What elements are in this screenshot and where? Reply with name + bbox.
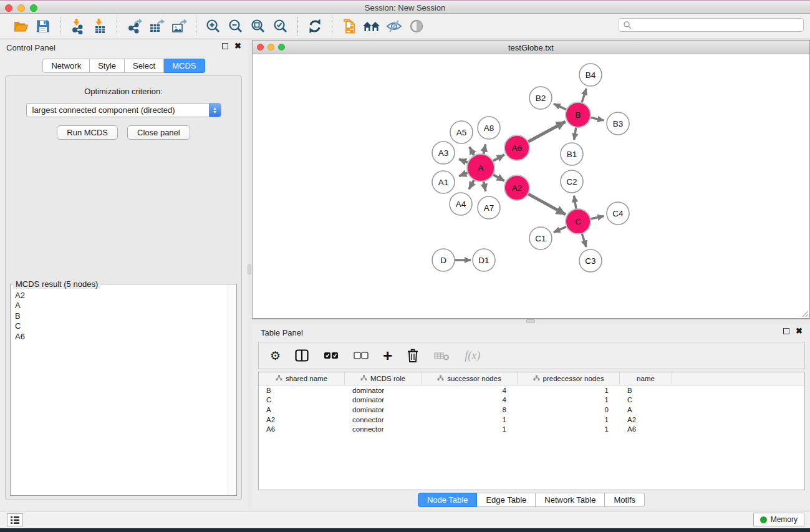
edge-A-A6[interactable] <box>493 155 504 161</box>
float-panel-icon[interactable] <box>222 43 228 49</box>
show-columns-icon[interactable] <box>294 346 309 365</box>
cell-MCDS-role: connector <box>345 425 422 433</box>
import-network-icon[interactable] <box>68 17 87 36</box>
edge-B-B2[interactable] <box>554 104 567 109</box>
tab-select[interactable]: Select <box>125 59 164 73</box>
edge-C-C1[interactable] <box>554 226 567 232</box>
network-window-titlebar[interactable]: testGlobe.txt <box>253 41 809 54</box>
edge-A-A3[interactable] <box>459 159 468 163</box>
table-row[interactable]: Bdominator41B <box>259 385 804 395</box>
select-all-icon[interactable] <box>323 346 339 365</box>
zoom-selected-icon[interactable] <box>271 17 290 36</box>
column-header-predecessor-nodes[interactable]: predecessor nodes <box>518 372 620 385</box>
zoom-out-icon[interactable] <box>226 17 245 36</box>
node-label-B4: B4 <box>586 70 596 80</box>
show-eye-icon[interactable] <box>407 17 426 36</box>
table-row[interactable]: Adominator80A <box>259 405 804 415</box>
select-stepper-icon: ▲▼ <box>209 104 221 117</box>
edge-A-A8[interactable] <box>483 144 485 154</box>
column-header-shared-name[interactable]: shared name <box>259 372 345 385</box>
memory-label: Memory <box>771 515 798 524</box>
network-canvas[interactable]: B4B2BB3A8A5A6A3B1AC2A1A2A4A7C4CC1C3DD1 <box>253 54 809 318</box>
save-session-icon[interactable] <box>34 17 52 36</box>
task-history-button[interactable] <box>7 513 23 526</box>
import-table-icon[interactable] <box>90 17 109 36</box>
horizontal-splitter-grip[interactable] <box>526 319 535 323</box>
vertical-splitter-grip[interactable] <box>248 264 251 274</box>
edge-A-A7[interactable] <box>483 181 485 191</box>
memory-button[interactable]: Memory <box>753 513 804 526</box>
hide-selected-eye-icon[interactable] <box>385 17 403 36</box>
node-label-A: A <box>478 163 483 173</box>
edge-A-A1[interactable] <box>459 173 468 176</box>
zoom-in-icon[interactable] <box>204 17 223 36</box>
hierarchy-icon <box>437 375 444 382</box>
node-table[interactable]: shared nameMCDS rolesuccessor nodesprede… <box>258 372 805 490</box>
close-panel-button[interactable]: Close panel <box>127 125 190 140</box>
table-float-panel-icon[interactable] <box>783 328 789 334</box>
tab-network[interactable]: Network <box>42 59 90 73</box>
node-label-A4: A4 <box>456 200 466 209</box>
close-panel-icon[interactable]: ✖ <box>234 43 241 49</box>
result-scrollbar[interactable] <box>228 285 236 495</box>
column-header-successor-nodes[interactable]: successor nodes <box>422 372 518 385</box>
node-label-A2: A2 <box>512 183 523 193</box>
edge-A-A5[interactable] <box>470 147 475 156</box>
resize-grip-icon[interactable] <box>800 309 809 317</box>
refresh-layout-icon[interactable] <box>306 17 324 36</box>
column-header-name[interactable]: name <box>620 372 672 385</box>
edge-B-B3[interactable] <box>591 117 604 120</box>
edge-A-A4[interactable] <box>469 180 474 189</box>
tab-motifs[interactable]: Motifs <box>605 493 645 507</box>
edge-C-C4[interactable] <box>591 216 604 219</box>
add-column-icon[interactable]: + <box>383 346 392 365</box>
table-row[interactable]: A6connector11A6 <box>259 424 804 434</box>
run-mcds-button[interactable]: Run MCDS <box>57 125 118 140</box>
table-row[interactable]: A2connector11A2 <box>259 415 804 425</box>
trash-icon[interactable] <box>406 346 420 365</box>
mcds-result-item[interactable]: B <box>15 311 236 321</box>
document-network-icon[interactable] <box>340 17 359 36</box>
edge-C-C2[interactable] <box>574 196 576 210</box>
table-body: Bdominator41BCdominator41CAdominator80AA… <box>259 385 804 434</box>
export-table-icon[interactable] <box>147 17 166 36</box>
table-row[interactable]: Cdominator41C <box>259 395 804 405</box>
session-title: Session: New Session <box>0 3 810 12</box>
deselect-all-icon[interactable] <box>353 346 369 365</box>
edge-B-B1[interactable] <box>574 127 576 140</box>
home-network-icon[interactable] <box>362 17 381 36</box>
tab-edge-table[interactable]: Edge Table <box>477 493 536 507</box>
edge-A2-C[interactable] <box>528 194 566 215</box>
node-label-A5: A5 <box>456 128 467 137</box>
mcds-result-item[interactable]: A <box>15 301 236 311</box>
edge-A6-B[interactable] <box>528 122 566 142</box>
edge-B-B4[interactable] <box>582 89 586 103</box>
export-network-icon[interactable] <box>125 17 143 36</box>
tab-node-table[interactable]: Node Table <box>418 493 478 507</box>
node-label-D1: D1 <box>478 256 489 265</box>
table-close-panel-icon[interactable]: ✖ <box>796 328 803 334</box>
cell-name: A2 <box>620 416 672 423</box>
tab-mcds[interactable]: MCDS <box>164 59 205 73</box>
control-panel: Control Panel ✖ NetworkStyleSelectMCDS O… <box>0 39 248 510</box>
edge-A-A2[interactable] <box>493 175 504 181</box>
search-field[interactable] <box>619 18 804 32</box>
cell-shared-name: C <box>259 396 345 404</box>
mcds-result-item[interactable]: A2 <box>15 291 236 301</box>
search-input[interactable] <box>632 21 803 29</box>
optimization-criterion-select[interactable]: largest connected component (directed) ▲… <box>26 103 221 117</box>
tab-style[interactable]: Style <box>90 59 125 73</box>
open-folder-icon[interactable] <box>11 17 30 36</box>
mcds-result-list[interactable]: A2ABCA6 <box>11 284 236 342</box>
mcds-result-item[interactable]: A6 <box>15 332 236 342</box>
network-graph[interactable]: B4B2BB3A8A5A6A3B1AC2A1A2A4A7C4CC1C3DD1 <box>253 54 809 318</box>
zoom-fit-icon[interactable] <box>249 17 268 36</box>
tab-network-table[interactable]: Network Table <box>536 493 605 507</box>
mcds-result-item[interactable]: C <box>15 321 236 331</box>
cell-name: A6 <box>620 425 672 433</box>
hierarchy-icon <box>533 375 540 382</box>
table-settings-gear-icon[interactable]: ⚙ <box>270 346 281 365</box>
export-image-icon[interactable] <box>170 17 188 36</box>
column-header-MCDS-role[interactable]: MCDS role <box>345 372 422 385</box>
edge-C-C3[interactable] <box>582 233 586 247</box>
